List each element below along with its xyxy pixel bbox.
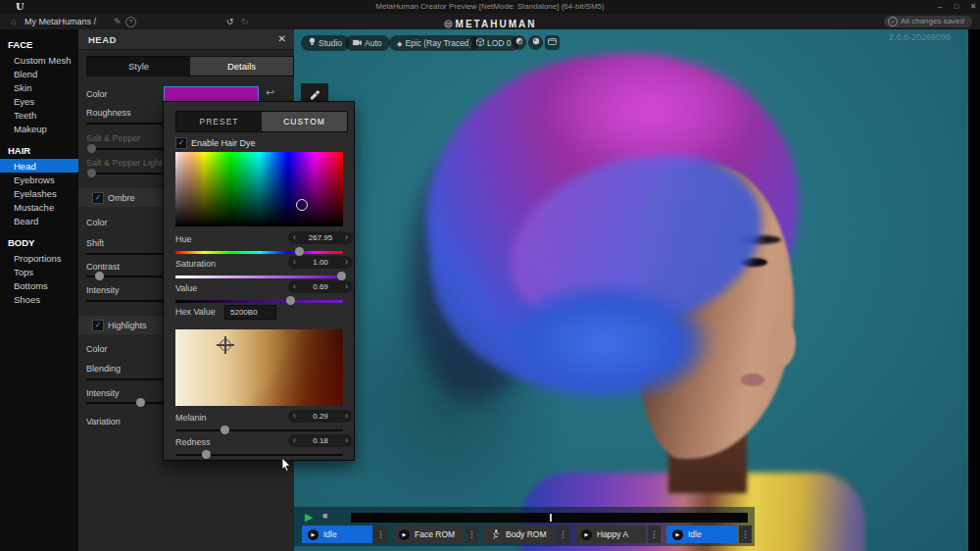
lighting-env-button[interactable]: Studio	[301, 35, 350, 51]
clip-idle-1-menu-icon[interactable]: ⋮	[374, 526, 387, 543]
panel-close-icon[interactable]: ✕	[278, 33, 286, 44]
clip-face-rom-menu-icon[interactable]: ⋮	[466, 526, 478, 543]
clip-body-rom-menu-icon[interactable]: ⋮	[557, 526, 569, 543]
half-sphere-icon	[515, 37, 523, 45]
camera-mode-button[interactable]: Auto	[345, 35, 390, 51]
quality-diamond-icon: ◆	[397, 40, 402, 47]
3d-viewport[interactable]: Studio Auto ◆Epic (Ray Traced) LOD 0 2.0…	[294, 29, 968, 551]
redness-increment-icon[interactable]: ›	[345, 435, 348, 446]
viewport-right-gutter	[968, 29, 980, 551]
tab-details[interactable]: Details	[190, 57, 293, 75]
melanin-increment-icon[interactable]: ›	[345, 411, 348, 422]
hex-value-input[interactable]: 5200B0	[224, 305, 276, 320]
saturation-spinner: ‹1.00›	[288, 256, 353, 269]
maximize-button[interactable]: □	[950, 2, 963, 11]
saturation-increment-icon[interactable]: ›	[345, 257, 348, 268]
salt-pepper-lightness-label: Salt & Pepper Lightness	[86, 158, 167, 168]
redness-decrement-icon[interactable]: ‹	[293, 435, 296, 446]
section-hair: HAIR	[0, 135, 78, 159]
sidebar-item-shoes[interactable]: Shoes	[0, 292, 78, 306]
bulb-icon	[309, 37, 316, 46]
groom-preview-button[interactable]	[512, 35, 526, 50]
value-label: Value	[175, 283, 197, 293]
clip-face-rom[interactable]: ▶Face ROM	[393, 526, 464, 543]
sidebar-item-mustache[interactable]: Mustache	[0, 200, 78, 214]
value-decrement-icon[interactable]: ‹	[293, 281, 296, 292]
highlights-intensity-label: Intensity	[86, 388, 120, 398]
mouse-cursor	[281, 457, 292, 472]
quality-mode-button[interactable]: ◆Epic (Ray Traced)	[389, 35, 479, 51]
redness-slider[interactable]	[175, 454, 343, 456]
clip-happy-a[interactable]: ▶Happy A	[575, 526, 646, 543]
hue-value-gradient-picker[interactable]	[175, 152, 343, 226]
tab-preset[interactable]: PRESET	[176, 112, 262, 131]
enable-hair-dye-checkbox[interactable]: ✓	[175, 137, 187, 149]
stop-button[interactable]: ■	[322, 511, 327, 521]
saturation-slider[interactable]	[175, 276, 343, 278]
metahuman-creator-window: U MetaHuman Creator Preview [NetMode: St…	[0, 0, 980, 551]
save-status-badge: ✓All changes saved	[884, 16, 972, 27]
reset-color-icon[interactable]: ↩	[266, 86, 274, 99]
clip-body-rom[interactable]: Body ROM	[484, 526, 555, 543]
preset-custom-tabs: PRESET CUSTOM	[175, 111, 348, 132]
tab-custom[interactable]: CUSTOM	[262, 112, 347, 131]
minimize-button[interactable]: –	[933, 2, 947, 11]
value-increment-icon[interactable]: ›	[345, 281, 348, 292]
value-slider[interactable]	[175, 300, 343, 303]
clip-idle-1[interactable]: ▶Idle	[302, 526, 372, 543]
section-body: BODY	[0, 227, 78, 251]
saturation-label: Saturation	[175, 259, 216, 269]
clip-happy-a-menu-icon[interactable]: ⋮	[648, 526, 661, 543]
close-window-button[interactable]: ✕	[966, 2, 980, 11]
highlights-checkbox[interactable]: ✓	[92, 320, 104, 331]
melanin-decrement-icon[interactable]: ‹	[293, 411, 296, 422]
sidebar-item-head[interactable]: Head	[0, 159, 78, 173]
sphere-icon	[532, 37, 540, 45]
clip-idle-2-menu-icon[interactable]: ⋮	[739, 526, 752, 543]
camera-icon	[353, 39, 362, 46]
sidebar-item-bottoms[interactable]: Bottoms	[0, 278, 78, 292]
melanin-cursor-crosshair[interactable]	[220, 339, 231, 351]
sidebar-item-tops[interactable]: Tops	[0, 265, 78, 278]
play-circle-icon: ▶	[581, 529, 592, 540]
highlights-color-label: Color	[86, 344, 108, 354]
hue-slider[interactable]	[175, 251, 343, 254]
redness-label: Redness	[175, 437, 211, 447]
hue-increment-icon[interactable]: ›	[345, 232, 348, 243]
tab-style[interactable]: Style	[87, 57, 190, 75]
sidebar-item-makeup[interactable]: Makeup	[0, 122, 78, 135]
melanin-redness-gradient-picker[interactable]	[175, 329, 343, 406]
style-details-tabs: Style Details	[86, 56, 294, 76]
play-button[interactable]: ▶	[305, 511, 313, 524]
sidebar-item-custom-mesh[interactable]: Custom Mesh	[0, 53, 78, 67]
timeline-scrubber[interactable]	[351, 513, 748, 523]
playhead-marker[interactable]	[550, 514, 552, 522]
panel-header: HEAD ✕	[78, 29, 294, 50]
sidebar-item-blend[interactable]: Blend	[0, 67, 78, 80]
sidebar-item-eyes[interactable]: Eyes	[0, 94, 78, 108]
hair-highlight-shape	[537, 51, 767, 169]
blending-label: Blending	[86, 364, 121, 374]
sidebar-item-beard[interactable]: Beard	[0, 214, 78, 227]
variation-label: Variation	[86, 417, 121, 426]
color-cursor-ring[interactable]	[296, 199, 308, 211]
sidebar-item-eyelashes[interactable]: Eyelashes	[0, 186, 78, 200]
intensity-label: Intensity	[86, 285, 120, 295]
play-circle-icon: ▶	[399, 529, 410, 540]
category-sidebar: FACE Custom Mesh Blend Skin Eyes Teeth M…	[0, 29, 78, 551]
sidebar-item-teeth[interactable]: Teeth	[0, 108, 78, 122]
clapperboard-button[interactable]	[545, 35, 560, 50]
redness-spinner: ‹0.18›	[288, 434, 353, 447]
clip-idle-2[interactable]: ▶Idle	[666, 526, 737, 543]
sidebar-item-skin[interactable]: Skin	[0, 80, 78, 94]
ombre-checkbox[interactable]: ✓	[92, 192, 104, 204]
melanin-slider[interactable]	[175, 429, 343, 431]
enable-hair-dye-label: Enable Hair Dye	[191, 138, 256, 148]
saturation-decrement-icon[interactable]: ‹	[293, 257, 296, 268]
material-sphere-button[interactable]	[528, 35, 543, 50]
saved-check-icon: ✓	[888, 17, 898, 26]
hue-decrement-icon[interactable]: ‹	[293, 232, 296, 243]
sidebar-item-proportions[interactable]: Proportions	[0, 251, 78, 265]
salt-pepper-label: Salt & Pepper	[86, 133, 141, 143]
sidebar-item-eyebrows[interactable]: Eyebrows	[0, 173, 78, 186]
